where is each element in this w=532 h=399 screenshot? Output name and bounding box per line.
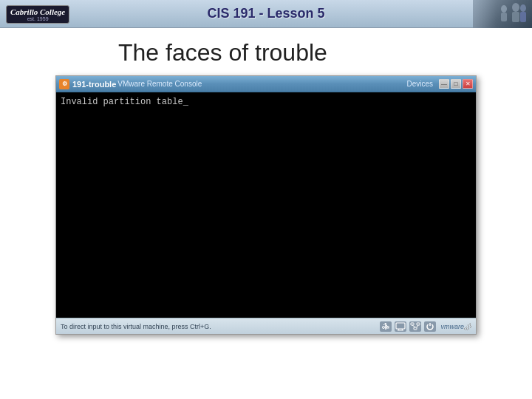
logo-est: est. 1959 <box>27 16 49 21</box>
svg-rect-3 <box>501 13 507 21</box>
display-icon <box>395 322 406 331</box>
vm-usb-icon[interactable] <box>380 321 392 332</box>
vm-display-icon[interactable] <box>395 321 406 332</box>
header-title: CIS 191 - Lesson 5 <box>207 6 324 21</box>
vm-brand-label: vmware <box>440 323 464 330</box>
power-icon <box>426 322 434 331</box>
svg-rect-17 <box>417 323 420 325</box>
terminal-output-line: Invalid partition table_ <box>61 96 471 109</box>
college-logo: Cabrillo College est. 1959 <box>6 2 80 26</box>
people-silhouette-icon <box>473 0 529 28</box>
svg-rect-5 <box>520 12 526 22</box>
vm-console-window: ⚙ 191-trouble VMware Remote Console Devi… <box>55 75 477 335</box>
header-bar: Cabrillo College est. 1959 CIS 191 - Les… <box>0 0 532 28</box>
svg-point-0 <box>512 3 519 12</box>
svg-point-9 <box>383 326 385 328</box>
vm-status-hint: To direct input to this virtual machine,… <box>61 323 380 330</box>
vm-maximize-button[interactable]: □ <box>451 79 461 89</box>
logo-box: Cabrillo College est. 1959 <box>6 5 69 24</box>
svg-point-2 <box>501 5 507 13</box>
vm-titlebar: ⚙ 191-trouble VMware Remote Console Devi… <box>56 76 476 92</box>
vm-terminal-screen[interactable]: Invalid partition table_ <box>56 92 476 318</box>
svg-rect-11 <box>396 323 405 329</box>
usb-icon <box>382 322 389 331</box>
slide-title: The faces of trouble <box>118 39 510 66</box>
svg-rect-15 <box>411 323 414 325</box>
svg-rect-1 <box>512 12 519 22</box>
network-icon <box>410 322 420 331</box>
vm-close-button[interactable]: ✕ <box>463 79 473 89</box>
svg-line-18 <box>412 325 415 327</box>
header-photo-overlay <box>473 0 532 28</box>
svg-rect-10 <box>386 327 389 328</box>
vm-network-icon[interactable] <box>409 321 421 332</box>
vm-window-controls: — □ ✕ <box>439 79 473 89</box>
main-content: The faces of trouble ⚙ 191-trouble VMwar… <box>0 28 532 342</box>
svg-rect-16 <box>414 327 417 330</box>
vm-instance-name: 191-trouble <box>72 80 116 89</box>
vm-window-icon: ⚙ <box>59 79 69 89</box>
header-photo <box>473 0 532 28</box>
vm-statusbar: To direct input to this virtual machine,… <box>56 318 476 334</box>
vm-app-name: VMware Remote Console <box>117 80 406 88</box>
vm-power-icon[interactable] <box>424 321 436 332</box>
vm-minimize-button[interactable]: — <box>439 79 449 89</box>
vm-devices-menu[interactable]: Devices <box>406 80 433 88</box>
vm-status-icons <box>380 321 436 332</box>
vm-resize-handle[interactable] <box>464 323 471 330</box>
logo-name: Cabrillo College <box>10 7 65 16</box>
svg-point-4 <box>520 4 526 12</box>
